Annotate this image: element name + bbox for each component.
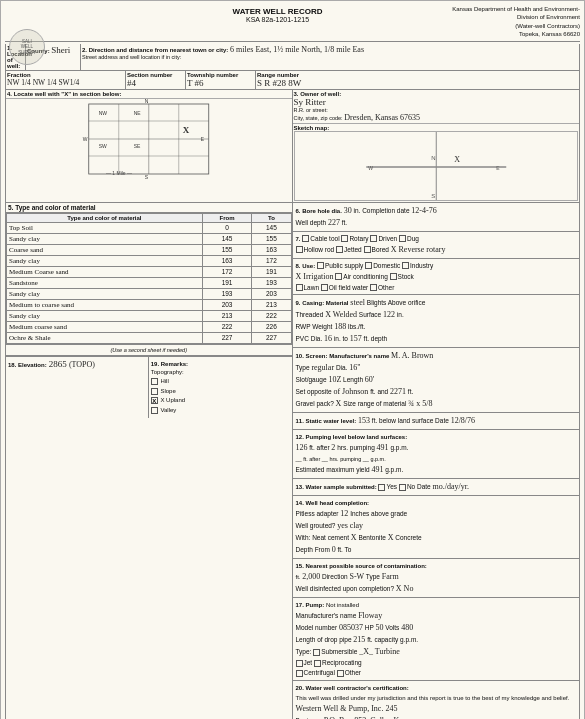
- s13-no-cb: [399, 484, 406, 491]
- stamp: SALIWELLSUPPLY: [9, 29, 45, 65]
- topography: Topography: Hill Slope X Upland: [151, 368, 290, 416]
- strata-from: 227: [202, 332, 251, 343]
- section-sketch: NW NE SW SE W E X N S — 1 Mile —: [6, 98, 292, 178]
- agency-city: Topeka, Kansas 66620: [450, 30, 580, 38]
- elevation-value: 2865: [49, 359, 67, 369]
- location-row: 1. Location of well: County: Sheri 2. Di…: [5, 44, 580, 71]
- page-header: SALIWELLSUPPLY WATER WELL RECORD KSA 82a…: [5, 5, 580, 42]
- bottom-left: 18. Elevation: 2865 (TOPO) 19. Remarks: …: [6, 356, 292, 418]
- strata-material: Coarse sand: [7, 244, 203, 255]
- upland-checkbox: [151, 397, 158, 404]
- svg-text:SW: SW: [99, 143, 107, 149]
- reverse-val: X Reverse rotary: [391, 245, 446, 254]
- strata-from: 203: [202, 299, 251, 310]
- strata-from: 193: [202, 288, 251, 299]
- s10-length: 60': [365, 375, 374, 384]
- s10-type: regular: [311, 363, 334, 372]
- s15-direction: S-W: [349, 572, 364, 581]
- s12-est: 491: [371, 465, 383, 474]
- elevation-cell: 18. Elevation: 2865 (TOPO): [6, 357, 149, 418]
- s13-yes-cb: [378, 484, 385, 491]
- domestic-cb: [365, 262, 372, 269]
- sketch-map-box: N W E S X: [294, 131, 579, 201]
- svg-text:W: W: [368, 165, 373, 171]
- jetted-cb: [336, 246, 343, 253]
- s14-section: 14. Well head completion: Pitless adapte…: [293, 496, 580, 559]
- strata-to: 172: [252, 255, 291, 266]
- s11-value: 153: [358, 416, 370, 425]
- section-num-value: #4: [127, 78, 136, 88]
- s9-dia-to: 157: [350, 334, 362, 343]
- strata-from: 145: [202, 233, 251, 244]
- rotary-cb: [341, 235, 348, 242]
- section-num-cell: Section number #4: [126, 71, 186, 89]
- township-cell: Township number T #6: [186, 71, 256, 89]
- s10-gravel: X: [336, 399, 342, 408]
- agency-address: Kansas Department of Health and Environm…: [450, 5, 580, 39]
- s9-dia-from: 16: [324, 334, 332, 343]
- range-cell: Range number S R #28 8W: [256, 71, 579, 89]
- s8-section: 8. Use: Public supply Domestic Industry …: [293, 259, 580, 296]
- s4-label: 4. Locate well with "X" in section below…: [6, 90, 292, 98]
- s15-ft: 2,000: [302, 572, 320, 581]
- svg-text:NE: NE: [134, 110, 142, 116]
- svg-text:E: E: [496, 165, 500, 171]
- hollow-cb: [296, 246, 303, 253]
- other-cb: [370, 284, 377, 291]
- strata-row: Sandy clay213222: [7, 310, 292, 321]
- agency-sub: (Water-well Contractors): [450, 22, 580, 30]
- strata-row: Sandy clay193203: [7, 288, 292, 299]
- strata-row: Medium coarse sand222226: [7, 321, 292, 332]
- centrifugal-cb: [296, 670, 303, 677]
- s6-depth: 227: [328, 218, 340, 227]
- topo-label: Topography:: [151, 368, 290, 378]
- elevation-topo: (TOPO): [69, 360, 95, 369]
- other-pump-cb: [337, 670, 344, 677]
- s6-completion: 12-4-76: [411, 206, 436, 215]
- strata-material: Sandy clay: [7, 288, 203, 299]
- s10-name: M. A. Brown: [391, 351, 433, 360]
- strata-row: Ochre & Shale227227: [7, 332, 292, 343]
- remarks-cell: 19. Remarks: Topography: Hill Slope: [149, 357, 292, 418]
- s5-label: 5. Type and color of material: [6, 203, 292, 213]
- strata-material: Medium coarse sand: [7, 321, 203, 332]
- township-value: T #6: [187, 78, 204, 88]
- strata-material: Medium to coarse sand: [7, 299, 203, 310]
- fraction-cell: Fraction NW 1/4 NW 1/4 SW1/4: [6, 71, 126, 89]
- strata-from: 155: [202, 244, 251, 255]
- s17-manufacturer: Floway: [358, 611, 382, 620]
- jet-cb: [296, 660, 303, 667]
- scale-label: — 1 Mile —: [106, 170, 132, 176]
- range-value: S R #28 8W: [257, 78, 301, 88]
- svg-text:S: S: [145, 174, 149, 179]
- strata-to: 222: [252, 310, 291, 321]
- s17-hp: 50: [375, 623, 383, 632]
- svg-text:N: N: [431, 155, 435, 161]
- s17-section: 17. Pump: Not installed Manufacturer's n…: [293, 598, 580, 681]
- s6-section: 6. Bore hole dia. 30 in. Completion date…: [293, 203, 580, 232]
- svg-text:S: S: [431, 193, 435, 199]
- strata-row: Medium Coarse sand172191: [7, 266, 292, 277]
- strata-row: Top Soil0145: [7, 222, 292, 233]
- submersible-cb: [313, 649, 320, 656]
- svg-text:W: W: [83, 136, 88, 142]
- lawn-cb: [296, 284, 303, 291]
- ksa-number: KSA 82a-1201-1215: [105, 16, 450, 23]
- s11-date: 12/8/76: [451, 416, 475, 425]
- s9-section: 9. Casing: Material steel Blights Above …: [293, 295, 580, 348]
- strata-from: 222: [202, 321, 251, 332]
- main-title: WATER WELL RECORD: [233, 7, 323, 16]
- s12-gpm: 491: [377, 443, 389, 452]
- fraction-row: Fraction NW 1/4 NW 1/4 SW1/4 Section num…: [5, 71, 580, 90]
- topo-slope: Slope: [151, 387, 290, 397]
- county-value: Sheri: [51, 45, 70, 55]
- s10-slot: 10Z: [328, 375, 341, 384]
- direction-value: 6 miles East, 1½ mile North, 1/8 mile Ea…: [230, 45, 364, 54]
- strata-material: Sandy clay: [7, 310, 203, 321]
- strata-to: 213: [252, 299, 291, 310]
- air-cb: [335, 273, 342, 280]
- street-label: Street address and well location if in c…: [82, 54, 181, 60]
- s14-grouted-type: clay: [350, 521, 363, 530]
- s10-ft-and: 2271: [390, 387, 406, 396]
- strata-from: 163: [202, 255, 251, 266]
